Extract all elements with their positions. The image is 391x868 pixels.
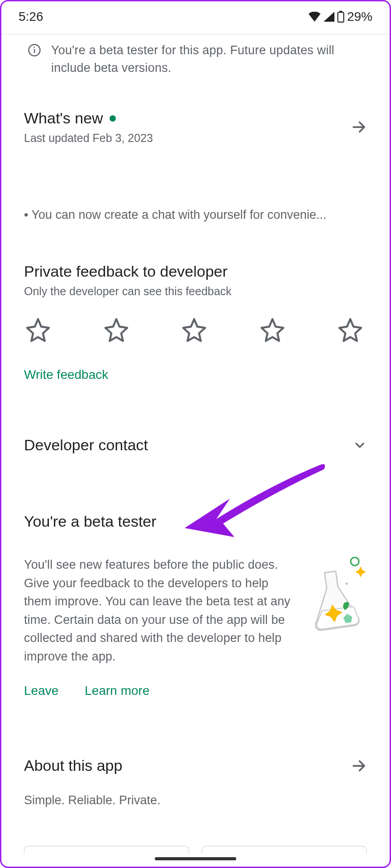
beta-tester-title: You're a beta tester: [24, 513, 367, 530]
star-2[interactable]: [103, 317, 129, 343]
new-indicator-dot: [110, 115, 116, 122]
star-1[interactable]: [25, 317, 51, 343]
developer-contact-title: Developer contact: [24, 436, 148, 454]
outline-button-left[interactable]: [24, 846, 189, 854]
beaker-icon: [304, 556, 367, 634]
outline-button-right[interactable]: [202, 846, 367, 854]
learn-more-link[interactable]: Learn more: [85, 684, 149, 698]
status-icons: 29%: [308, 9, 372, 24]
changelog-text: • You can now create a chat with yoursel…: [24, 208, 367, 222]
signal-icon: [324, 12, 334, 22]
about-title: About this app: [24, 757, 122, 774]
star-3[interactable]: [181, 317, 207, 343]
wifi-icon: [308, 12, 321, 22]
star-4[interactable]: [259, 317, 286, 343]
chevron-down-icon[interactable]: [353, 438, 367, 453]
about-section[interactable]: About this app: [24, 757, 367, 774]
status-bar: 5:26 29%: [1, 1, 390, 29]
bottom-buttons: [24, 846, 367, 854]
info-icon: [28, 43, 41, 57]
svg-rect-1: [339, 11, 343, 12]
beta-tester-description: You'll see new features before the publi…: [24, 556, 291, 665]
beta-notice-text: You're a beta tester for this app. Futur…: [51, 42, 367, 77]
about-description: Simple. Reliable. Private.: [24, 793, 367, 807]
whats-new-section[interactable]: What's new Last updated Feb 3, 2023 • Yo…: [24, 109, 367, 222]
write-feedback-link[interactable]: Write feedback: [24, 368, 108, 382]
svg-rect-0: [338, 12, 343, 22]
beta-tester-section: You're a beta tester You'll see new feat…: [24, 513, 367, 698]
rating-stars: [24, 317, 367, 343]
svg-rect-4: [34, 47, 35, 48]
whats-new-updated: Last updated Feb 3, 2023: [24, 132, 153, 145]
feedback-title: Private feedback to developer: [24, 263, 367, 280]
star-5[interactable]: [337, 317, 363, 343]
arrow-right-icon[interactable]: [351, 119, 367, 135]
svg-point-5: [351, 557, 359, 566]
about-section-wrap: About this app Simple. Reliable. Private…: [24, 757, 367, 807]
whats-new-title: What's new: [24, 109, 153, 127]
developer-contact-row[interactable]: Developer contact: [24, 436, 367, 454]
beta-notice: You're a beta tester for this app. Futur…: [24, 34, 367, 77]
arrow-right-icon[interactable]: [351, 758, 367, 774]
svg-point-6: [346, 583, 348, 585]
battery-percent: 29%: [347, 9, 372, 24]
leave-beta-link[interactable]: Leave: [24, 684, 58, 698]
battery-icon: [337, 11, 344, 23]
feedback-section: Private feedback to developer Only the d…: [24, 263, 367, 382]
nav-home-pill[interactable]: [155, 857, 236, 860]
status-time: 5:26: [19, 9, 43, 24]
svg-rect-3: [34, 49, 35, 53]
feedback-subtitle: Only the developer can see this feedback: [24, 285, 367, 298]
